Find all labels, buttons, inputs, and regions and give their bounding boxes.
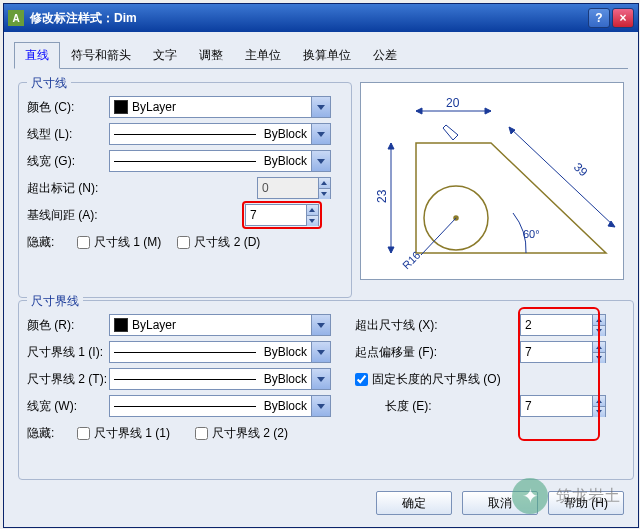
length-input[interactable] bbox=[521, 397, 592, 415]
spin-down-icon[interactable] bbox=[593, 407, 605, 417]
tab-strip: 直线 符号和箭头 文字 调整 主单位 换算单位 公差 bbox=[14, 42, 628, 69]
help-button[interactable]: ? bbox=[588, 8, 610, 28]
extticks-spinner bbox=[257, 177, 331, 199]
dialog-title: 修改标注样式：Dim bbox=[30, 10, 588, 27]
chevron-down-icon bbox=[311, 97, 330, 117]
extbeyond-label: 超出尺寸线 (X): bbox=[355, 317, 465, 334]
spin-up-icon[interactable] bbox=[593, 396, 605, 407]
chevron-down-icon bbox=[311, 369, 330, 389]
chevron-down-icon bbox=[311, 396, 330, 416]
fieldset-extlines: 尺寸界线 颜色 (R): ByLayer 尺寸界线 1 (I): ByBlock… bbox=[18, 300, 634, 480]
offset-label: 起点偏移量 (F): bbox=[355, 344, 465, 361]
chevron-down-icon bbox=[311, 315, 330, 335]
tab-symbols[interactable]: 符号和箭头 bbox=[60, 42, 142, 69]
lineweight-label: 线宽 (G): bbox=[27, 153, 109, 170]
close-button[interactable]: × bbox=[612, 8, 634, 28]
chevron-down-icon bbox=[311, 151, 330, 171]
spin-up-icon[interactable] bbox=[307, 205, 318, 216]
line-icon bbox=[114, 352, 256, 353]
swatch-icon bbox=[114, 100, 128, 114]
svg-line-6 bbox=[509, 127, 615, 227]
check-extline2[interactable]: 尺寸界线 2 (2) bbox=[195, 425, 288, 442]
svg-text:39: 39 bbox=[571, 160, 591, 180]
extticks-input bbox=[258, 179, 318, 197]
watermark: ✦ 筑龙岩土 bbox=[512, 478, 620, 514]
extbeyond-spinner[interactable] bbox=[520, 314, 606, 336]
extcolor-label: 颜色 (R): bbox=[27, 317, 109, 334]
svg-text:20: 20 bbox=[446, 96, 460, 110]
hide-label: 隐藏: bbox=[27, 234, 77, 251]
tab-line[interactable]: 直线 bbox=[14, 42, 60, 69]
check-fixedlen[interactable]: 固定长度的尺寸界线 (O) bbox=[355, 371, 501, 388]
legend-extlines: 尺寸界线 bbox=[27, 293, 83, 310]
line-icon bbox=[114, 134, 256, 135]
spin-down-icon[interactable] bbox=[593, 353, 605, 363]
chevron-down-icon bbox=[311, 124, 330, 144]
tab-fit[interactable]: 调整 bbox=[188, 42, 234, 69]
color-combo[interactable]: ByLayer bbox=[109, 96, 331, 118]
basespacing-spinner[interactable] bbox=[245, 204, 319, 226]
length-label: 长度 (E): bbox=[385, 398, 465, 415]
tab-tol[interactable]: 公差 bbox=[362, 42, 408, 69]
legend-dimlines: 尺寸线 bbox=[27, 75, 71, 92]
tab-primary[interactable]: 主单位 bbox=[234, 42, 292, 69]
spin-up-icon[interactable] bbox=[593, 315, 605, 326]
extcolor-combo[interactable]: ByLayer bbox=[109, 314, 331, 336]
extlt1-combo[interactable]: ByBlock bbox=[109, 341, 331, 363]
lineweight-value: ByBlock bbox=[264, 154, 307, 168]
check-dimline2[interactable]: 尺寸线 2 (D) bbox=[177, 234, 260, 251]
swatch-icon bbox=[114, 318, 128, 332]
wechat-icon: ✦ bbox=[512, 478, 548, 514]
titlebar: A 修改标注样式：Dim ? × bbox=[4, 4, 638, 32]
app-icon: A bbox=[8, 10, 24, 26]
check-extline1[interactable]: 尺寸界线 1 (1) bbox=[77, 425, 170, 442]
linetype-value: ByBlock bbox=[264, 127, 307, 141]
extlt2-label: 尺寸界线 2 (T): bbox=[27, 371, 109, 388]
dimstyle-preview: 20 23 39 R16 60° bbox=[360, 82, 624, 280]
extticks-label: 超出标记 (N): bbox=[27, 180, 187, 197]
exthide-label: 隐藏: bbox=[27, 425, 77, 442]
ok-button[interactable]: 确定 bbox=[376, 491, 452, 515]
lineweight-combo[interactable]: ByBlock bbox=[109, 150, 331, 172]
color-value: ByLayer bbox=[132, 100, 176, 114]
extlt2-combo[interactable]: ByBlock bbox=[109, 368, 331, 390]
linetype-label: 线型 (L): bbox=[27, 126, 109, 143]
highlight-red bbox=[242, 201, 322, 229]
svg-text:23: 23 bbox=[375, 189, 389, 203]
offset-spinner[interactable] bbox=[520, 341, 606, 363]
spin-down-icon[interactable] bbox=[307, 216, 318, 226]
offset-input[interactable] bbox=[521, 343, 592, 361]
line-icon bbox=[114, 406, 256, 407]
check-dimline1[interactable]: 尺寸线 1 (M) bbox=[77, 234, 161, 251]
line-icon bbox=[114, 379, 256, 380]
chevron-down-icon bbox=[311, 342, 330, 362]
color-label: 颜色 (C): bbox=[27, 99, 109, 116]
extlw-label: 线宽 (W): bbox=[27, 398, 109, 415]
tab-alt[interactable]: 换算单位 bbox=[292, 42, 362, 69]
linetype-combo[interactable]: ByBlock bbox=[109, 123, 331, 145]
tab-text[interactable]: 文字 bbox=[142, 42, 188, 69]
fieldset-dimlines: 尺寸线 颜色 (C): ByLayer 线型 (L): ByBlock 线宽 (… bbox=[18, 82, 352, 298]
spin-down-icon[interactable] bbox=[593, 326, 605, 336]
extlt1-label: 尺寸界线 1 (I): bbox=[27, 344, 109, 361]
spin-up-icon[interactable] bbox=[593, 342, 605, 353]
line-icon bbox=[114, 161, 256, 162]
svg-text:60°: 60° bbox=[523, 228, 540, 240]
basespacing-input[interactable] bbox=[246, 206, 306, 224]
basespacing-label: 基线间距 (A): bbox=[27, 207, 187, 224]
extlw-combo[interactable]: ByBlock bbox=[109, 395, 331, 417]
svg-text:R16: R16 bbox=[400, 249, 423, 272]
extbeyond-input[interactable] bbox=[521, 316, 592, 334]
length-spinner[interactable] bbox=[520, 395, 606, 417]
